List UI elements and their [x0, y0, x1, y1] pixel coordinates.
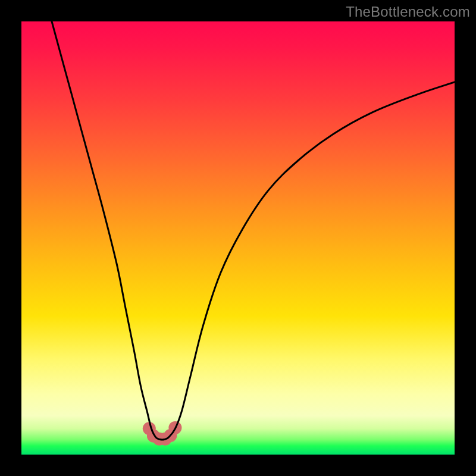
chart-frame: TheBottleneck.com [0, 0, 476, 476]
bottleneck-curve [21, 21, 455, 455]
plot-area [21, 21, 455, 455]
curve-path [52, 21, 455, 440]
markers-group [143, 421, 182, 446]
watermark-text: TheBottleneck.com [346, 4, 470, 20]
